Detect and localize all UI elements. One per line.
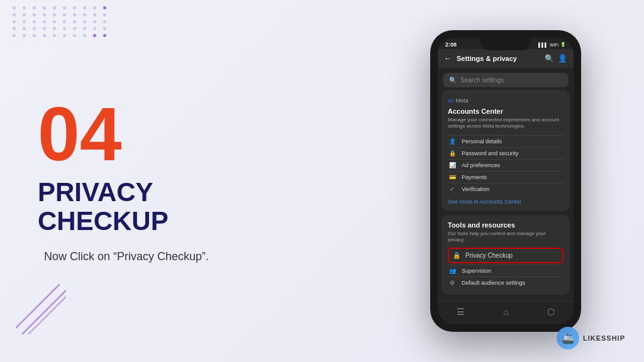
header-left: ← Settings & privacy <box>444 54 517 63</box>
menu-verification[interactable]: ✓ Verification <box>448 183 564 195</box>
phone-mockup: 2:08 ▌▌▌ WiFi 🔋 ← Settings & privacy 🔍 👤 <box>430 30 581 332</box>
accounts-center-title: Accounts Center <box>448 107 564 115</box>
supervision-label: Supervision <box>462 268 491 274</box>
audience-label: Default audience settings <box>462 280 525 286</box>
back-icon[interactable]: ← <box>444 54 452 63</box>
menu-default-audience[interactable]: ⚙ Default audience settings <box>448 277 564 288</box>
back-nav-icon[interactable]: ⬡ <box>547 307 555 317</box>
menu-supervision[interactable]: 👥 Supervision <box>448 265 564 277</box>
decorative-lines-bottomleft <box>16 284 66 337</box>
personal-details-label: Personal details <box>462 138 502 145</box>
search-placeholder-text: Search settings <box>460 77 504 84</box>
phone-notch <box>480 38 531 50</box>
status-time: 2:08 <box>445 41 457 48</box>
search-bar[interactable]: 🔍 Search settings <box>443 73 569 87</box>
search-bar-icon: 🔍 <box>449 77 457 84</box>
decorative-dots-topleft <box>13 6 109 37</box>
payments-label: Payments <box>462 174 487 180</box>
phone-frame: 2:08 ▌▌▌ WiFi 🔋 ← Settings & privacy 🔍 👤 <box>430 30 581 332</box>
screen-content: ∞ Meta Accounts Center Manage your conne… <box>438 90 574 301</box>
battery-icon: 🔋 <box>560 42 566 47</box>
accounts-center-desc: Manage your connected experiences and ac… <box>448 117 564 130</box>
password-icon: 🔒 <box>448 150 457 156</box>
tools-desc: Our tools help you control and manage yo… <box>448 231 564 244</box>
meta-label: Meta <box>456 97 469 104</box>
header-title: Settings & privacy <box>457 55 517 62</box>
meta-logo: ∞ Meta <box>448 96 564 105</box>
ad-label: Ad preferences <box>462 162 500 168</box>
step-title: PRIVACY CHECKUP <box>38 178 277 236</box>
meta-icon: ∞ <box>448 96 453 105</box>
phone-screen: 2:08 ▌▌▌ WiFi 🔋 ← Settings & privacy 🔍 👤 <box>438 38 574 324</box>
phone-bottom-nav: ☰ ⌂ ⬡ <box>438 301 574 324</box>
menu-personal-details[interactable]: 👤 Personal details <box>448 135 564 147</box>
privacy-checkup-item[interactable]: 🔒 Privacy Checkup <box>448 248 564 263</box>
step-number: 04 <box>38 96 277 172</box>
search-header-icon[interactable]: 🔍 <box>545 54 554 63</box>
ad-icon: 📊 <box>448 162 457 168</box>
wifi-icon: WiFi <box>550 43 558 47</box>
password-label: Password and security <box>462 150 519 156</box>
see-more-link[interactable]: See more in Accounts Center <box>448 199 564 205</box>
accounts-center-card: ∞ Meta Accounts Center Manage your conne… <box>441 90 570 211</box>
home-nav-icon[interactable]: ⌂ <box>503 307 508 317</box>
verification-icon: ✓ <box>448 186 457 192</box>
tools-title: Tools and resources <box>448 221 564 229</box>
audience-icon: ⚙ <box>448 280 457 286</box>
privacy-checkup-label: Privacy Checkup <box>465 252 513 259</box>
menu-payments[interactable]: 💳 Payments <box>448 171 564 183</box>
supervision-icon: 👥 <box>448 268 457 274</box>
avatar-icon[interactable]: 👤 <box>558 54 567 63</box>
verification-label: Verification <box>462 186 489 192</box>
signal-icon: ▌▌▌ <box>538 43 548 47</box>
payments-icon: 💳 <box>448 174 457 180</box>
personal-details-icon: 👤 <box>448 138 457 145</box>
svg-line-0 <box>16 284 60 328</box>
menu-password-security[interactable]: 🔒 Password and security <box>448 147 564 159</box>
svg-line-2 <box>28 297 66 334</box>
brand-logo: 🚢 LIKESSHIP <box>557 327 625 349</box>
hamburger-icon[interactable]: ☰ <box>457 307 465 317</box>
app-header: ← Settings & privacy 🔍 👤 <box>438 49 574 68</box>
status-icons: ▌▌▌ WiFi 🔋 <box>538 42 566 47</box>
step-content: 04 PRIVACY CHECKUP Now Click on “Privacy… <box>38 96 277 265</box>
brand-icon: 🚢 <box>557 327 579 349</box>
step-description: Now Click on “Privacy Checkup”. <box>44 249 277 266</box>
tools-resources-card: Tools and resources Our tools help you c… <box>441 215 570 295</box>
menu-ad-preferences[interactable]: 📊 Ad preferences <box>448 159 564 171</box>
svg-line-1 <box>22 290 66 334</box>
brand-name: LIKESSHIP <box>583 334 625 342</box>
header-icons: 🔍 👤 <box>545 54 567 63</box>
privacy-checkup-icon: 🔒 <box>453 252 460 259</box>
